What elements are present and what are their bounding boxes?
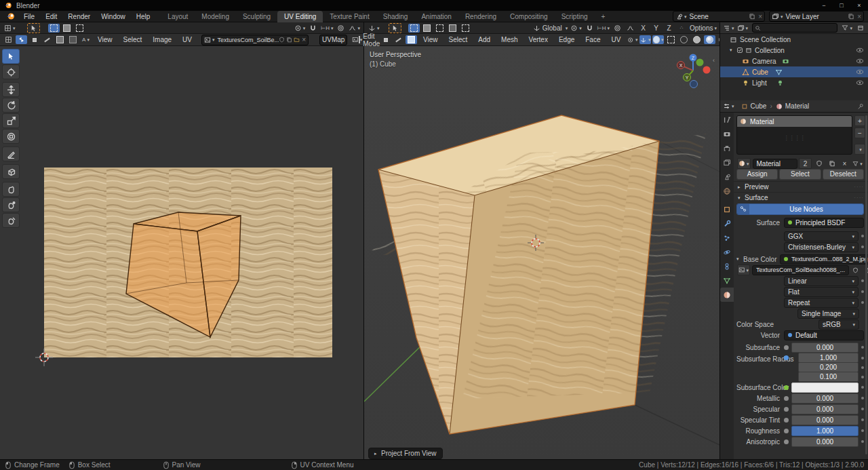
select-button[interactable]: Select xyxy=(779,169,821,180)
tab-object[interactable] xyxy=(720,202,734,216)
breadcrumb-object[interactable]: Cube xyxy=(751,102,767,110)
animate-dot[interactable] xyxy=(784,429,789,433)
menu-file[interactable]: File xyxy=(18,11,40,22)
decorator-dot[interactable] xyxy=(861,429,864,432)
decorator-dot[interactable] xyxy=(861,386,864,389)
uv-editor-icon[interactable] xyxy=(3,35,14,44)
mirror-x-button[interactable]: X xyxy=(637,24,649,33)
sidebar-toggle-icon[interactable]: ‹ xyxy=(713,57,715,64)
animate-dot[interactable] xyxy=(784,396,789,401)
decorator-dot[interactable] xyxy=(861,279,864,282)
unlink-material-button[interactable]: × xyxy=(839,159,850,168)
gizmos-toggle[interactable]: ▾ xyxy=(639,35,651,44)
expander-icon[interactable]: ▾ xyxy=(736,256,743,262)
shading-wireframe-button[interactable] xyxy=(678,35,690,44)
shading-solid-button[interactable] xyxy=(691,35,703,44)
tab-view-layer[interactable] xyxy=(720,155,734,170)
snap-settings-button[interactable]: ⊢H▾ xyxy=(597,24,610,33)
tab-texture-paint[interactable]: Texture Paint xyxy=(323,11,376,22)
uv-sticky-select-button[interactable]: A▾ xyxy=(80,35,92,44)
edge-select-button[interactable] xyxy=(393,35,404,44)
animate-dot[interactable] xyxy=(784,407,789,412)
uv-canvas[interactable] xyxy=(0,46,363,459)
decorator-dot[interactable] xyxy=(861,408,864,410)
uv-proportional-edit-toggle[interactable] xyxy=(335,24,347,33)
tab-modifiers[interactable] xyxy=(720,216,734,231)
relax-tool[interactable] xyxy=(2,197,20,212)
overlays-toggle[interactable]: ▾ xyxy=(652,35,664,44)
axis-z-neg-ball[interactable] xyxy=(690,81,698,88)
slot-specials-button[interactable]: ▾ xyxy=(854,144,865,155)
minimize-button[interactable]: − xyxy=(815,0,833,11)
anisotropic-slider[interactable]: 0.000 xyxy=(791,437,859,447)
snap-dots-icon[interactable]: ∴ xyxy=(676,24,688,33)
navigation-gizmo[interactable]: X Y Z xyxy=(677,54,711,88)
add-workspace-button[interactable]: + xyxy=(595,11,612,22)
pinch-tool[interactable] xyxy=(2,213,20,228)
fake-user-shield-icon[interactable] xyxy=(279,37,285,43)
folder-icon[interactable] xyxy=(294,37,300,43)
animate-dot[interactable] xyxy=(784,345,789,350)
projection-dropdown[interactable]: Flat▾ xyxy=(784,287,859,297)
decorator-dot[interactable] xyxy=(861,397,864,399)
uv-select-face-button[interactable] xyxy=(54,35,66,44)
tab-modeling[interactable]: Modeling xyxy=(195,11,236,22)
tab-constraints[interactable] xyxy=(720,259,734,273)
tab-sculpting[interactable]: Sculpting xyxy=(236,11,277,22)
tab-shading[interactable]: Shading xyxy=(376,11,415,22)
show-gizmo-dropdown[interactable]: ▾ xyxy=(627,35,638,44)
decorator-dot[interactable] xyxy=(861,366,864,369)
roughness-slider[interactable]: 1.000 xyxy=(791,426,859,436)
copy-icon[interactable] xyxy=(286,37,292,43)
scale-tool[interactable] xyxy=(2,113,20,128)
new-material-button[interactable] xyxy=(826,159,837,168)
decorator-dot[interactable] xyxy=(861,246,864,248)
eye-icon[interactable] xyxy=(856,57,864,65)
select-mode-extend-button[interactable] xyxy=(61,24,73,33)
remove-slot-button[interactable]: − xyxy=(854,128,865,138)
options-dropdown[interactable]: Options▾ xyxy=(689,24,717,33)
pin-icon[interactable] xyxy=(857,103,864,110)
cursor-tool[interactable] xyxy=(2,64,20,79)
select-mode-new-button[interactable] xyxy=(48,24,60,33)
animate-dot[interactable] xyxy=(784,439,789,444)
tweak-tool[interactable] xyxy=(2,49,20,64)
blender-logo-icon[interactable] xyxy=(5,12,16,21)
mirror-y-button[interactable]: Y xyxy=(650,24,662,33)
base-color-field[interactable]: TexturesCom...088_2_M.jpg xyxy=(780,254,868,265)
tab-world[interactable] xyxy=(720,184,734,198)
decorator-dot[interactable] xyxy=(861,301,864,304)
viewport-canvas[interactable]: User Perspective (1) Cube xyxy=(364,46,720,459)
metallic-slider[interactable]: 0.000 xyxy=(791,393,859,404)
animate-dot[interactable] xyxy=(784,355,789,360)
tab-animation[interactable]: Animation xyxy=(414,11,458,22)
axis-x-ball[interactable] xyxy=(703,66,711,74)
material-specials-button[interactable]: ▾ xyxy=(852,159,863,168)
vp-menu-uv[interactable]: UV xyxy=(606,34,627,45)
close-button[interactable]: × xyxy=(850,0,868,11)
breadcrumb-material[interactable]: Material xyxy=(785,102,810,110)
subsurface-method-dropdown[interactable]: Christensen-Burley▾ xyxy=(784,242,859,252)
unlink-scene-icon[interactable]: × xyxy=(758,13,762,20)
grab-tool[interactable] xyxy=(2,182,20,197)
color-space-dropdown[interactable]: sRGB▾ xyxy=(818,319,859,330)
add-slot-button[interactable]: + xyxy=(854,115,865,126)
maximize-button[interactable]: □ xyxy=(833,0,850,11)
mode-dropdown[interactable]: Edit Mode▾ xyxy=(367,35,378,44)
rotate-tool[interactable] xyxy=(2,98,20,113)
face-select-button[interactable] xyxy=(406,35,417,44)
decorator-dot[interactable] xyxy=(861,290,864,293)
outliner-row-light[interactable]: Light xyxy=(720,77,868,88)
transform-orientation-dropdown[interactable]: Global▾ xyxy=(532,24,568,33)
vp-menu-mesh[interactable]: Mesh xyxy=(496,34,523,45)
active-tool-icon[interactable] xyxy=(27,23,40,33)
menu-help[interactable]: Help xyxy=(131,11,156,22)
uv-menu-select[interactable]: Select xyxy=(118,34,148,45)
xray-toggle[interactable] xyxy=(665,35,677,44)
uv-select-vertex-button[interactable] xyxy=(28,35,40,44)
menu-window[interactable]: Window xyxy=(96,11,131,22)
mirror-z-button[interactable]: Z xyxy=(663,24,675,33)
extension-dropdown[interactable]: Repeat▾ xyxy=(784,298,859,308)
uv-map-field[interactable]: UVMap xyxy=(319,35,347,45)
uv-select-island-button[interactable] xyxy=(67,35,79,44)
